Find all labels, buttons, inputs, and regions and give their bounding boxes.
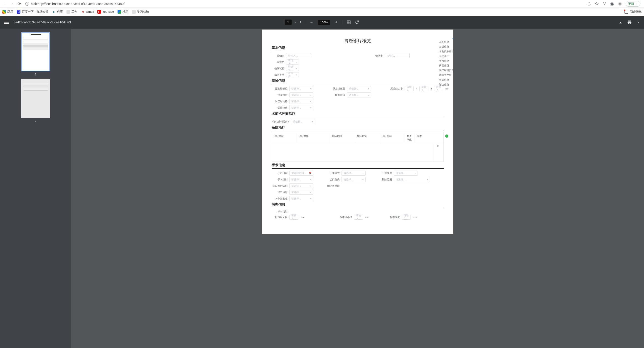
- select-ascites[interactable]: 请选择...▾: [347, 93, 371, 98]
- bookmark-youtube[interactable]: ▶YouTube: [97, 10, 114, 14]
- toc-item[interactable]: 手术信息: [439, 59, 454, 63]
- select-lymph[interactable]: 请选择...▾: [289, 99, 314, 104]
- thumbnail-2[interactable]: 2: [21, 79, 50, 123]
- page-number-input[interactable]: 1: [285, 20, 292, 25]
- bookmark-gmail[interactable]: MGmail: [81, 10, 94, 14]
- toc-item[interactable]: 淋巴结清扫及: [439, 68, 454, 73]
- section-baseline: 基线信息: [272, 79, 444, 84]
- select-primary-site[interactable]: 请选择...▾: [289, 86, 314, 91]
- bookmark-baidu[interactable]: 百百度一下，你就知道: [17, 10, 48, 14]
- input-smoking[interactable]: 请输入...: [286, 53, 311, 58]
- input-maxdiam[interactable]: 请输入...: [289, 215, 298, 220]
- select-primary-count[interactable]: 请选择...▾: [347, 86, 371, 91]
- input-mindiam[interactable]: 请输入...: [354, 215, 363, 220]
- lbl-smoking: 吸烟史: [272, 54, 284, 58]
- input-drinking[interactable]: 请输入...: [385, 53, 410, 58]
- more-icon[interactable]: ⋮: [636, 20, 640, 25]
- share-icon[interactable]: [587, 2, 591, 6]
- toc-item[interactable]: 基本信息: [439, 40, 454, 44]
- lbl-intraop: 术中治疗: [272, 191, 288, 194]
- toc-item[interactable]: 术后并发症: [439, 73, 454, 78]
- toc-item[interactable]: 系统治疗: [439, 54, 454, 59]
- lbl-maxdiam: 标本最大径: [272, 216, 288, 219]
- zoom-out-icon[interactable]: −: [309, 20, 314, 25]
- lbl-lymph: 淋巴结转移: [272, 100, 288, 103]
- reload-icon[interactable]: ⟳: [16, 1, 22, 7]
- pdf-body: 1 2 基本信息 基线信息 术前抗肿瘤治 系统治疗: [0, 29, 644, 348]
- sidebar-toggle-icon[interactable]: [4, 21, 9, 24]
- select-invasion[interactable]: 请选择...▾: [289, 93, 314, 98]
- thumbnail-panel: 1 2: [0, 29, 71, 348]
- input-thickness[interactable]: 请输入...: [402, 215, 411, 220]
- reading-list-label[interactable]: 阅读清单: [630, 10, 642, 14]
- th-plan: 治疗方案: [297, 133, 330, 143]
- toc-item[interactable]: 随访信息: [439, 82, 454, 87]
- select-incision-heal[interactable]: 请选择...▾: [289, 183, 314, 188]
- pdf-page: 基本信息 基线信息 术前抗肿瘤治 系统治疗 手术信息 病理信息 淋巴结清扫及 术…: [262, 30, 453, 234]
- th-type: 治疗类型: [272, 133, 297, 143]
- thumbnail-2-label: 2: [21, 119, 50, 123]
- download-icon[interactable]: [618, 20, 623, 25]
- lbl-trial: 临床试验: [272, 67, 284, 70]
- input-surg-date[interactable]: 请选择时间...📅: [289, 171, 314, 176]
- fit-page-icon[interactable]: [346, 20, 351, 25]
- th-action: 操作: [415, 133, 426, 143]
- trash-icon[interactable]: 🗑: [436, 144, 439, 147]
- reading-list-icon[interactable]: [624, 10, 628, 14]
- section-preop: 术前抗肿瘤治疗: [272, 112, 444, 117]
- th-cycle: 治疗周期: [380, 133, 405, 143]
- update-button[interactable]: 更新 ⋮: [626, 1, 640, 7]
- select-casetype[interactable]: 请选择...▾: [286, 72, 299, 77]
- input-size-1[interactable]: 请输入: [404, 86, 414, 91]
- select-resection[interactable]: 请选择...▾: [394, 177, 430, 182]
- section-surgery: 手术信息: [272, 163, 444, 169]
- page-sep: /: [295, 21, 296, 24]
- svg-point-1: [619, 3, 620, 4]
- lbl-incision-class: 切口分类: [327, 178, 340, 181]
- select-distant[interactable]: 请选择...▾: [289, 105, 314, 110]
- select-incision-class[interactable]: 请选择...▾: [342, 177, 366, 182]
- add-row-button[interactable]: +: [445, 135, 448, 138]
- section-systemic: 系统治疗: [272, 125, 444, 131]
- rotate-icon[interactable]: [355, 20, 359, 25]
- bookmark-star-icon[interactable]: [595, 2, 599, 6]
- select-surg-grade[interactable]: 请选择...▾: [289, 177, 314, 182]
- toolbar-right: 更新 ⋮: [587, 1, 642, 7]
- toc-item[interactable]: 查房信息: [439, 78, 454, 82]
- toc-item[interactable]: 基线信息: [439, 44, 454, 49]
- thumbnail-1[interactable]: 1: [21, 32, 50, 76]
- lbl-mindiam: 标本最小径: [336, 216, 352, 219]
- v-extension-icon[interactable]: [602, 2, 606, 6]
- zoom-level[interactable]: 100%: [318, 20, 330, 25]
- profile-icon[interactable]: [618, 2, 622, 6]
- site-info-icon[interactable]: i: [26, 2, 29, 6]
- toc-item[interactable]: 病理信息: [439, 63, 454, 68]
- extensions-icon[interactable]: [610, 2, 614, 6]
- select-complication[interactable]: 请选择...▾: [289, 196, 314, 201]
- lbl-thickness: 标本厚度: [387, 216, 400, 219]
- print-icon[interactable]: [627, 20, 632, 25]
- bookmark-work[interactable]: 工作: [66, 10, 78, 14]
- bookmark-bing[interactable]: b必应: [52, 10, 63, 14]
- select-family[interactable]: 请选择...▾: [286, 60, 299, 65]
- toc-item[interactable]: 术前抗肿瘤治: [439, 49, 454, 54]
- nav-back-icon[interactable]: ←: [2, 1, 7, 7]
- lbl-invasion: 浸润深度: [272, 93, 288, 97]
- select-surg-nature[interactable]: 请选择...▾: [394, 171, 418, 176]
- select-intraop[interactable]: 请选择...▾: [289, 190, 314, 195]
- input-size-2[interactable]: 请输入: [419, 86, 428, 91]
- zoom-in-icon[interactable]: +: [334, 20, 339, 25]
- bookmark-maps[interactable]: 地图: [118, 10, 128, 14]
- toc: 基本信息 基线信息 术前抗肿瘤治 系统治疗 手术信息 病理信息 淋巴结清扫及 术…: [439, 40, 454, 87]
- lbl-surg-date: 手术日期: [272, 172, 288, 175]
- section-basic: 基本信息: [272, 46, 444, 51]
- select-surg-proc[interactable]: 请选择...▾: [342, 171, 366, 176]
- page-area[interactable]: 基本信息 基线信息 术前抗肿瘤治 系统治疗 手术信息 病理信息 淋巴结清扫及 术…: [71, 29, 644, 348]
- bookmark-study[interactable]: 学习总结: [132, 10, 149, 14]
- select-preop[interactable]: 请选择...▾: [291, 119, 315, 124]
- chrome-menu-icon[interactable]: ⋮: [635, 2, 638, 6]
- select-trial[interactable]: 请选择...▾: [286, 66, 299, 71]
- doc-title: 胃癌诊疗概览: [272, 38, 444, 44]
- address-bar[interactable]: i blob:http://localhost:8080/8ad23caf-cf…: [24, 2, 585, 6]
- bookmark-apps[interactable]: 应用: [2, 10, 13, 14]
